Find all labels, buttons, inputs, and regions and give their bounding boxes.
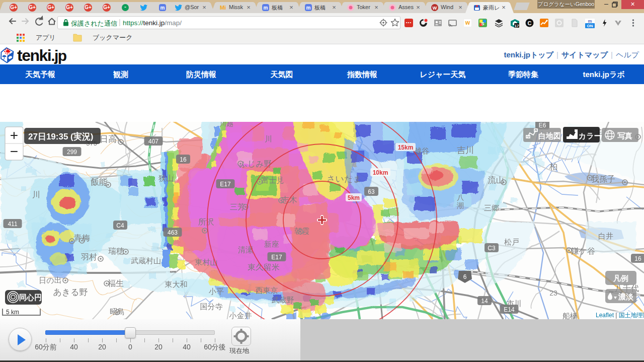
svg-text:C3: C3 <box>488 245 496 252</box>
svg-text:流山: 流山 <box>488 176 504 184</box>
svg-text:日の出: 日の出 <box>39 276 61 284</box>
svg-text:川: 川 <box>265 134 273 143</box>
svg-text:14: 14 <box>481 298 488 305</box>
svg-text:我孫子: 我孫子 <box>591 175 615 183</box>
svg-text:299: 299 <box>67 149 77 156</box>
svg-text:+: + <box>10 127 18 143</box>
svg-text:ふじみ野: ふじみ野 <box>238 160 272 168</box>
svg-text:飯能: 飯能 <box>91 177 108 187</box>
svg-text:10km: 10km <box>373 169 388 176</box>
svg-text:国分寺: 国分寺 <box>200 302 223 311</box>
svg-text:“: “ <box>124 6 126 10</box>
svg-text:鎌ケ谷: 鎌ケ谷 <box>571 247 595 255</box>
svg-text:東大和: 東大和 <box>165 280 188 288</box>
svg-text:写真: 写真 <box>617 131 632 140</box>
svg-text:白井: 白井 <box>598 232 613 240</box>
svg-text:同心円: 同心円 <box>19 293 42 302</box>
svg-text:Mi: Mi <box>220 5 226 11</box>
svg-text:小平: 小平 <box>208 287 224 296</box>
svg-text:C: C <box>528 20 532 26</box>
svg-text:潮: 潮 <box>456 201 464 209</box>
svg-text:東久留米: 東久留米 <box>248 263 280 271</box>
svg-text:C4: C4 <box>116 222 124 229</box>
svg-text:Leaflet | 国土地理院: Leaflet | 国土地理院 <box>596 312 644 319</box>
svg-text:凡例: 凡例 <box>613 274 628 282</box>
svg-text:吉川: 吉川 <box>457 146 474 155</box>
svg-text:新座: 新座 <box>264 240 279 248</box>
svg-text:m: m <box>160 5 165 11</box>
svg-text:463: 463 <box>168 229 178 236</box>
svg-text:407: 407 <box>148 138 158 145</box>
svg-text:柏: 柏 <box>549 162 557 171</box>
svg-text:m: m <box>588 19 592 24</box>
svg-text:5km: 5km <box>348 194 360 201</box>
svg-text:所沢: 所沢 <box>198 218 214 226</box>
svg-text:武蔵村山: 武蔵村山 <box>131 256 161 265</box>
svg-text:川越: 川越 <box>219 122 233 127</box>
svg-text:富士見: 富士見 <box>262 176 284 184</box>
svg-text:越谷: 越谷 <box>414 147 429 155</box>
svg-text:16: 16 <box>634 255 641 262</box>
svg-text:17: 17 <box>515 24 519 28</box>
svg-text:63: 63 <box>368 188 375 195</box>
svg-text:23: 23 <box>549 289 557 297</box>
svg-text:小金井: 小金井 <box>229 311 252 319</box>
svg-text:E17: E17 <box>271 254 282 261</box>
svg-text:5 km: 5 km <box>6 309 19 316</box>
svg-text:ON: ON <box>587 24 593 28</box>
svg-text:西東京: 西東京 <box>256 286 278 295</box>
svg-text:船橋: 船橋 <box>562 312 578 319</box>
svg-text:日高: 日高 <box>100 134 117 144</box>
svg-text:6: 6 <box>463 273 467 280</box>
svg-text:福生: 福生 <box>108 279 124 287</box>
svg-text:m: m <box>264 5 268 11</box>
svg-text:濃淡: 濃淡 <box>618 292 634 301</box>
svg-text:松戸: 松戸 <box>504 238 519 246</box>
svg-text:川: 川 <box>32 190 40 199</box>
svg-text:−: − <box>10 143 18 159</box>
svg-text:27日19:35 (実況): 27日19:35 (実況) <box>28 131 93 141</box>
svg-text:E6: E6 <box>539 122 546 129</box>
svg-text:m: m <box>306 5 311 11</box>
svg-text:三郷: 三郷 <box>484 203 499 212</box>
svg-text:E17: E17 <box>220 181 231 188</box>
svg-text:E14: E14 <box>504 306 515 313</box>
svg-text:白地図: 白地図 <box>538 131 561 140</box>
svg-text:411: 411 <box>8 221 17 228</box>
svg-text:S: S <box>481 21 484 26</box>
svg-text:武蔵野: 武蔵野 <box>272 296 294 304</box>
svg-text:カラー: カラー <box>579 131 602 140</box>
svg-text:W: W <box>433 6 437 11</box>
svg-text:あきる野: あきる野 <box>53 287 88 297</box>
svg-text:瑞穂: 瑞穂 <box>108 247 124 255</box>
svg-text:八: 八 <box>457 193 464 201</box>
svg-text:15km: 15km <box>398 144 414 151</box>
svg-text:羽村: 羽村 <box>81 253 97 261</box>
svg-text:狭山: 狭山 <box>158 174 174 182</box>
svg-text:16: 16 <box>180 156 187 163</box>
